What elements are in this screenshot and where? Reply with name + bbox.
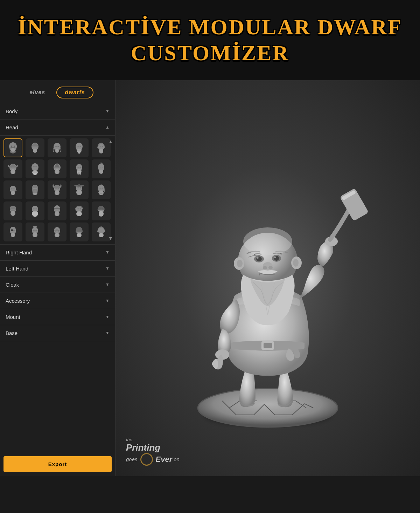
section-base-label: Base bbox=[6, 330, 18, 336]
svg-point-88 bbox=[11, 233, 15, 237]
section-left-hand-arrow: ▼ bbox=[105, 266, 110, 271]
svg-rect-48 bbox=[12, 191, 15, 191]
viewer: the Printing goes Ever on bbox=[115, 80, 420, 476]
svg-point-15 bbox=[78, 145, 79, 146]
section-cloak[interactable]: Cloak ▼ bbox=[0, 277, 115, 293]
svg-point-16 bbox=[80, 145, 81, 146]
head-item-23[interactable] bbox=[70, 223, 89, 241]
svg-point-40 bbox=[99, 170, 103, 174]
svg-point-4 bbox=[10, 148, 15, 152]
section-base[interactable]: Base ▼ bbox=[0, 325, 115, 341]
section-right-hand-arrow: ▼ bbox=[105, 250, 110, 255]
head-item-13[interactable] bbox=[70, 180, 89, 199]
svg-point-100 bbox=[58, 230, 59, 231]
header-section: İNTERACTİVE MODULAR DWARF CUSTOMİZER bbox=[0, 0, 420, 80]
svg-point-94 bbox=[33, 232, 37, 237]
watermark-printing: Printing bbox=[126, 442, 160, 453]
tab-dwarfs[interactable]: dwarfs bbox=[56, 87, 93, 98]
head-item-18[interactable] bbox=[70, 201, 89, 220]
svg-point-105 bbox=[77, 233, 82, 237]
section-mount-label: Mount bbox=[6, 314, 20, 320]
grid-scroll-down[interactable]: ▼ bbox=[107, 235, 114, 241]
svg-point-47 bbox=[14, 188, 15, 189]
svg-point-3 bbox=[14, 145, 15, 146]
svg-point-36 bbox=[80, 166, 81, 167]
title-line-2: CUSTOMİZER bbox=[131, 41, 289, 65]
head-item-10[interactable] bbox=[4, 180, 22, 199]
svg-point-73 bbox=[34, 208, 35, 209]
svg-point-84 bbox=[99, 211, 104, 217]
dwarf-figure bbox=[166, 121, 369, 436]
head-item-0[interactable] bbox=[4, 138, 22, 157]
section-head-label: Head bbox=[6, 124, 18, 130]
section-body[interactable]: Body ▼ bbox=[0, 103, 115, 119]
watermark-on: on bbox=[174, 456, 180, 462]
svg-point-95 bbox=[34, 230, 35, 231]
svg-point-140 bbox=[263, 266, 267, 269]
svg-rect-70 bbox=[10, 206, 16, 211]
head-item-9[interactable] bbox=[92, 159, 111, 178]
head-item-7[interactable] bbox=[48, 159, 66, 178]
section-left-hand-label: Left Hand bbox=[6, 266, 28, 272]
main-layout: elves dwarfs Body ▼ Head ▲ bbox=[0, 80, 420, 476]
svg-point-82 bbox=[80, 208, 81, 209]
head-item-8[interactable] bbox=[70, 159, 89, 178]
svg-point-74 bbox=[36, 208, 37, 209]
section-body-label: Body bbox=[6, 108, 18, 114]
svg-point-98 bbox=[55, 233, 59, 237]
svg-point-96 bbox=[36, 230, 37, 231]
svg-point-25 bbox=[31, 163, 38, 171]
svg-point-22 bbox=[10, 169, 15, 174]
head-item-20[interactable] bbox=[4, 223, 22, 241]
head-item-5[interactable] bbox=[4, 159, 22, 178]
head-item-2[interactable] bbox=[48, 138, 66, 157]
section-left-hand[interactable]: Left Hand ▼ bbox=[0, 261, 115, 277]
head-item-17[interactable] bbox=[48, 201, 66, 220]
app-title: İNTERACTİVE MODULAR DWARF CUSTOMİZER bbox=[7, 14, 413, 66]
head-item-21[interactable] bbox=[26, 223, 44, 241]
grid-scroll-up[interactable]: ▲ bbox=[107, 138, 114, 145]
svg-point-109 bbox=[99, 233, 104, 237]
svg-point-137 bbox=[257, 257, 259, 259]
svg-point-12 bbox=[58, 146, 59, 147]
svg-point-54 bbox=[55, 190, 59, 195]
head-item-12[interactable] bbox=[48, 180, 66, 199]
svg-point-58 bbox=[76, 190, 82, 195]
watermark-ring bbox=[140, 453, 153, 466]
svg-point-60 bbox=[80, 187, 81, 188]
tab-row: elves dwarfs bbox=[0, 80, 115, 103]
section-right-hand[interactable]: Right Hand ▼ bbox=[0, 245, 115, 261]
head-item-22[interactable] bbox=[48, 223, 66, 241]
head-item-11[interactable] bbox=[26, 180, 44, 199]
watermark: the Printing goes Ever on bbox=[126, 437, 180, 466]
section-mount[interactable]: Mount ▼ bbox=[0, 309, 115, 325]
sidebar: elves dwarfs Body ▼ Head ▲ bbox=[0, 80, 115, 476]
head-item-16[interactable] bbox=[26, 201, 44, 220]
head-item-3[interactable] bbox=[70, 138, 89, 157]
head-item-19[interactable] bbox=[92, 201, 111, 220]
section-accessory[interactable]: Accessory ▼ bbox=[0, 293, 115, 309]
svg-point-35 bbox=[78, 166, 79, 167]
svg-point-6 bbox=[33, 149, 37, 153]
head-item-6[interactable] bbox=[26, 159, 44, 178]
tab-elves[interactable]: elves bbox=[22, 87, 53, 98]
head-item-14[interactable] bbox=[92, 180, 111, 199]
head-item-15[interactable] bbox=[4, 201, 22, 220]
section-accessory-arrow: ▼ bbox=[105, 298, 110, 303]
svg-point-18 bbox=[99, 149, 103, 153]
section-base-arrow: ▼ bbox=[105, 330, 110, 335]
svg-point-80 bbox=[76, 211, 82, 216]
watermark-the: the bbox=[126, 437, 132, 442]
svg-rect-127 bbox=[264, 343, 272, 348]
export-button[interactable]: Export bbox=[4, 456, 112, 472]
svg-point-27 bbox=[34, 166, 35, 167]
svg-point-90 bbox=[14, 230, 15, 231]
section-mount-arrow: ▼ bbox=[105, 314, 110, 319]
watermark-ever: Ever bbox=[156, 455, 173, 464]
section-head[interactable]: Head ▲ bbox=[0, 119, 115, 136]
svg-point-45 bbox=[11, 191, 15, 195]
svg-point-138 bbox=[274, 256, 276, 258]
head-item-1[interactable] bbox=[26, 138, 44, 157]
section-head-arrow: ▲ bbox=[105, 125, 110, 130]
svg-point-46 bbox=[12, 188, 13, 189]
